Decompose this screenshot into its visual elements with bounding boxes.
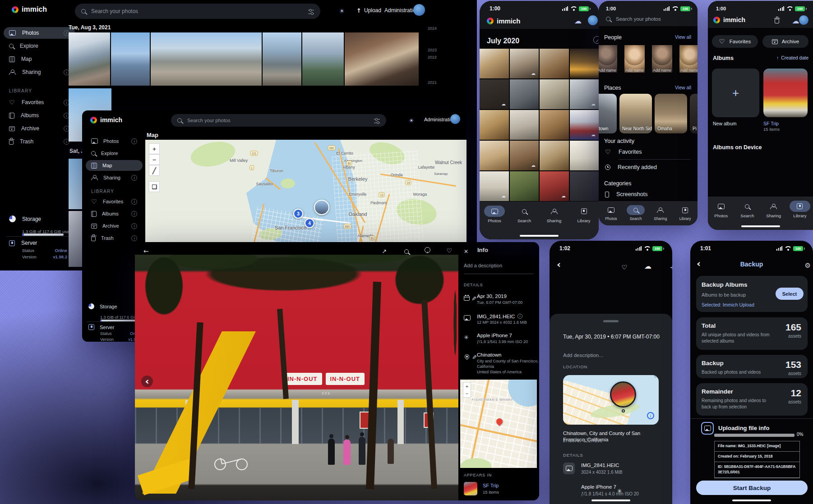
sidebar-item[interactable]: Albums i	[86, 208, 143, 219]
appears-in-album[interactable]: SF Trip 15 items	[464, 482, 499, 495]
photo-tile[interactable]	[570, 49, 599, 78]
nav-item[interactable]: Library	[790, 201, 810, 218]
sidebar-item[interactable]: Favorites i	[4, 96, 75, 108]
sidebar-item[interactable]: Explore	[86, 148, 143, 159]
add-name-label[interactable]: Add name	[652, 68, 672, 73]
filter-icon[interactable]	[374, 119, 380, 123]
sidebar-item[interactable]: Albums i	[4, 110, 75, 121]
face-item[interactable]: Add name	[599, 45, 617, 73]
trash-icon[interactable]	[775, 19, 779, 23]
favorite-icon[interactable]	[622, 264, 628, 270]
sidebar-item[interactable]: Favorites i	[86, 196, 143, 207]
map-settings-gear-icon[interactable]	[145, 145, 146, 152]
cloud-sync-icon[interactable]	[574, 18, 582, 25]
album-tile-sf-trip[interactable]	[763, 69, 808, 117]
photo-tile[interactable]	[510, 171, 539, 201]
photo-tile[interactable]	[510, 141, 539, 170]
search-input[interactable]: Search your photos	[606, 16, 661, 22]
map-cluster-marker[interactable]: 3	[293, 209, 303, 219]
add-name-label[interactable]: Add name	[679, 68, 698, 73]
sidebar-item[interactable]: Archive i	[86, 220, 143, 231]
edit-location-pencil-icon[interactable]	[472, 353, 477, 361]
sidebar-item[interactable]: Trash i	[4, 136, 75, 147]
place-tile[interactable]: Near North Side	[619, 94, 652, 133]
nav-item[interactable]: Photos	[602, 205, 620, 221]
photo-thumbnail[interactable]	[111, 32, 150, 86]
photo-thumbnail[interactable]	[345, 32, 419, 86]
map-control-button[interactable]: ╱	[149, 165, 160, 176]
photo-tile[interactable]	[480, 79, 509, 109]
nav-item[interactable]: Photos	[484, 206, 505, 223]
photo-tile[interactable]	[510, 49, 539, 78]
info-icon[interactable]	[425, 247, 430, 253]
zoom-icon[interactable]	[404, 249, 409, 254]
search-input[interactable]: Search your photos	[171, 114, 386, 127]
photo-tile[interactable]	[570, 141, 599, 170]
photo-tile[interactable]	[480, 171, 509, 201]
new-album-tile[interactable]: +	[712, 69, 759, 117]
share-icon[interactable]	[382, 247, 387, 255]
home-indicator[interactable]	[520, 235, 559, 237]
photo-tile[interactable]	[540, 79, 569, 109]
nav-item[interactable]: Library	[676, 205, 694, 221]
screenshots-row[interactable]: Screenshots	[605, 191, 647, 197]
nav-item[interactable]: Search	[514, 206, 535, 223]
face-item[interactable]: Add name	[679, 45, 698, 73]
avatar[interactable]	[588, 15, 598, 25]
photo-tile[interactable]	[570, 171, 599, 201]
sort-created-date[interactable]: ↑ Created date	[776, 55, 808, 60]
photo-thumbnail[interactable]	[263, 32, 301, 86]
nav-item[interactable]: Photos	[711, 201, 731, 218]
photo-thumbnail[interactable]	[69, 32, 110, 86]
favorite-icon[interactable]	[446, 247, 453, 253]
filter-icon[interactable]	[308, 10, 314, 14]
place-tile[interactable]: Omaha	[655, 94, 687, 133]
carousel-prev-button[interactable]	[141, 376, 153, 387]
photo-tile[interactable]	[540, 171, 569, 201]
close-icon[interactable]	[464, 247, 468, 255]
home-indicator[interactable]	[591, 499, 630, 501]
sidebar-item[interactable]: Photos i	[86, 136, 143, 147]
sidebar-item[interactable]: Explore	[4, 40, 75, 52]
add-name-label[interactable]: Add name	[624, 68, 645, 73]
nav-item[interactable]: Sharing	[763, 201, 784, 218]
photo-tile[interactable]	[480, 141, 509, 170]
favorites-row[interactable]: Favorites	[605, 149, 642, 155]
select-button[interactable]: Select	[776, 288, 804, 300]
nav-item[interactable]: Search	[737, 201, 758, 218]
upload-button[interactable]: Upload	[356, 7, 381, 14]
back-chevron-icon[interactable]	[557, 260, 561, 270]
photo-tile[interactable]	[540, 110, 569, 140]
avatar[interactable]	[450, 114, 460, 124]
map-control-button[interactable]: −	[149, 154, 160, 165]
description-input[interactable]: Add a description	[464, 263, 502, 268]
immich-logo[interactable]: immich	[12, 5, 47, 14]
edit-date-pencil-icon[interactable]	[471, 295, 476, 302]
map-attribution-info-icon[interactable]: i	[647, 412, 654, 419]
photo-tile[interactable]	[510, 110, 539, 140]
back-icon[interactable]	[143, 247, 149, 255]
add-name-label[interactable]: Add name	[599, 68, 617, 73]
location-minimap[interactable]: FISHERMAN'S WHARF +−	[460, 380, 537, 468]
sidebar-item[interactable]: Archive i	[4, 123, 75, 134]
map-control-button[interactable]: +	[149, 143, 160, 154]
description-input[interactable]: Add description...	[563, 353, 603, 358]
photo-innout[interactable]: IN-N-OUT IN-N-OUT 333	[135, 255, 458, 500]
settings-gear-icon[interactable]	[805, 262, 811, 269]
home-indicator[interactable]	[732, 499, 771, 501]
map-fullscreen-button[interactable]: ❏	[149, 181, 160, 192]
theme-toggle-sun-icon[interactable]	[339, 7, 345, 14]
archive-button[interactable]: Archive	[762, 35, 808, 48]
recently-added-row[interactable]: Recently added	[605, 164, 657, 170]
photo-tile[interactable]	[570, 79, 599, 109]
search-input[interactable]: Search your photos	[75, 4, 320, 19]
nav-item[interactable]: Search	[627, 205, 645, 221]
face-item[interactable]: Add name	[624, 45, 645, 73]
album-name-link[interactable]: SF Trip	[483, 483, 499, 488]
home-indicator[interactable]	[741, 225, 780, 227]
select-all-check-icon[interactable]	[593, 36, 599, 44]
nav-item[interactable]: Sharing	[544, 206, 564, 223]
favorites-button[interactable]: Favorites	[712, 35, 758, 48]
sidebar-item[interactable]: Sharing i	[86, 172, 143, 183]
people-view-all-link[interactable]: View all	[675, 34, 691, 40]
